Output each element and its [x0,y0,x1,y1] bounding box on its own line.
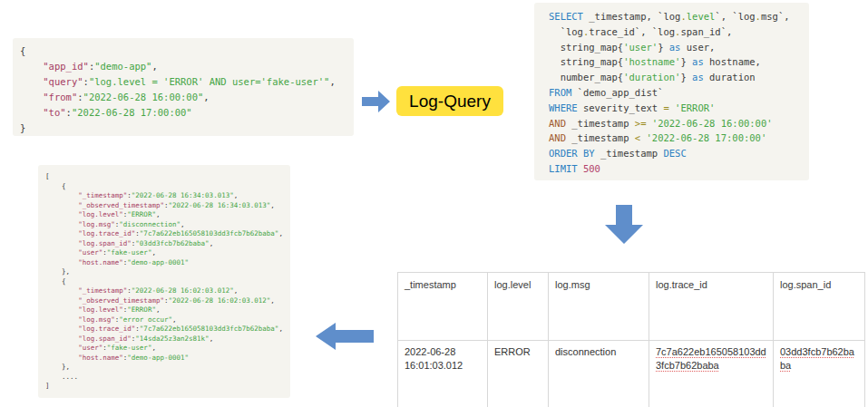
arrow-right-icon [362,91,390,112]
code-line: "to":"2022-06-28 17:00:00" [20,105,350,121]
code-line: "_timestamp":"2022-06-28 16:02:03.012", [45,286,287,296]
code-line: "log.trace_id":"7c7a622eb165058103dd3fcb… [45,325,287,334]
code-line: SELECT _timestamp, `log.level`, `log.msg… [549,9,805,24]
code-line: LIMIT 500 [549,161,805,177]
table-cell: disconnection [549,340,649,407]
code-line: { [20,44,350,59]
code-line: WHERE severity_text = 'ERROR' [549,101,805,116]
response-json-panel: [ { "_timestamp":"2022-06-28 16:34:03.01… [38,165,290,398]
log-query-box: Log-Query [396,86,503,116]
code-line: { [45,277,287,287]
code-line: AND _timestamp >= '2022-06-28 16:00:00' [549,116,805,131]
column-header: log.msg [549,273,649,341]
code-line: "log.trace_id":"7c7a622eb165058103dd3fcb… [45,229,287,239]
table-row: 2022-06-28 16:01:03.012ERRORdisconnectio… [398,340,865,407]
table-cell: ERROR [488,340,549,407]
code-line: }, [45,267,287,277]
code-line: { [45,182,287,192]
header-row: _timestamplog.levellog.msglog.trace_idlo… [398,273,865,341]
code-line: "log.span_id":"14sda25z3an2s81k", [45,334,287,344]
code-line: "_observed_timestamp":"2022-06-28 16:02:… [45,296,287,306]
code-line: "log.level":"ERROR", [45,210,287,220]
results-table: _timestamplog.levellog.msglog.trace_idlo… [397,272,865,407]
column-header: log.trace_id [649,273,774,341]
sql-query-panel: SELECT _timestamp, `log.level`, `log.msg… [534,3,809,180]
results-table-body: 2022-06-28 16:01:03.012ERRORdisconnectio… [398,340,865,407]
code-line: `log.trace_id`, `log.span_id`, [549,24,805,40]
code-line: "app_id":"demo-app", [20,59,350,74]
request-json-panel: { "app_id":"demo-app", "query":"log.leve… [13,38,354,136]
code-line: ] [45,382,287,392]
code-line: AND _timestamp < '2022-06-28 17:00:00' [549,131,805,146]
code-line: [ [45,172,287,182]
arrow-down-icon [603,205,645,245]
arrow-left-icon [316,323,374,350]
code-line: "host.name":"demo-app-0001" [45,258,287,268]
log-query-label: Log-Query [409,92,491,111]
code-line: "query":"log.level = 'ERROR' AND user='f… [20,74,350,90]
column-header: log.level [488,273,549,341]
results-table-head: _timestamplog.levellog.msglog.trace_idlo… [398,273,865,341]
code-line: "_observed_timestamp":"2022-06-28 16:34:… [45,201,287,211]
code-line: string_map{'hostname'} as hostname, [549,54,805,70]
column-header: _timestamp [398,273,488,341]
code-line: "host.name":"demo-app-0001" [45,354,287,363]
code-line: "user":"fake-user", [45,248,287,258]
code-line: .... [45,373,287,383]
results-table-wrap: _timestamplog.levellog.msglog.trace_idlo… [397,272,865,407]
code-line: number_map{'duration'} as duration [549,70,805,85]
code-line: "log.level":"ERROR", [45,305,287,315]
code-line: }, [45,363,287,373]
code-line: "log.msg":"disconnection", [45,220,287,230]
code-line: ORDER BY _timestamp DESC [549,146,805,161]
table-cell: 2022-06-28 16:01:03.012 [398,340,488,407]
code-line: "_timestamp":"2022-06-28 16:34:03.013", [45,191,287,201]
code-line: string_map{'user'} as user, [549,40,805,55]
code-line: FROM `demo_app_dist` [549,85,805,101]
table-cell: 03dd3fcb7b62baba [774,340,865,407]
code-line: "log.span_id":"03dd3fcb7b62baba", [45,239,287,249]
log-query-flow-diagram: { "app_id":"demo-app", "query":"log.leve… [0,0,868,407]
code-line: "from":"2022-06-28 16:00:00", [20,90,350,105]
code-line: "user":"fake-user", [45,344,287,354]
column-header: log.span_id [774,273,865,341]
code-line: "log.msg":"error occur", [45,315,287,325]
code-line: } [20,121,350,136]
table-cell: 7c7a622eb165058103dd3fcb7b62baba [649,340,774,407]
